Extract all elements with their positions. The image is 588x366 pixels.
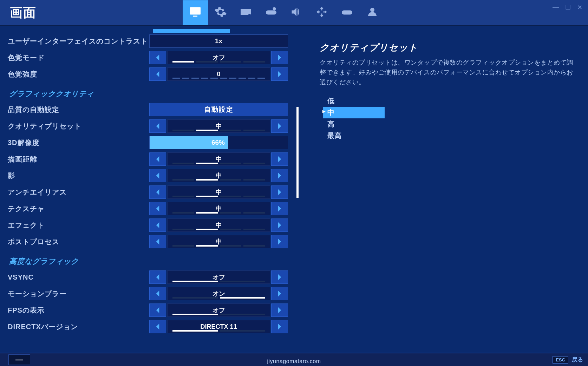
cycle-post-process: 中 <box>149 235 288 248</box>
info-description: クオリティのプリセットは、ワンタップで複数のグラフィックオプションをまとめて調整… <box>320 58 577 87</box>
svg-rect-1 <box>193 16 197 17</box>
svg-point-4 <box>273 7 276 11</box>
value-box-quality-preset[interactable]: 中 <box>167 119 270 133</box>
cycle-shadows: 中 <box>149 169 288 182</box>
next-effects[interactable] <box>271 218 288 232</box>
prev-motion-blur[interactable] <box>149 287 166 300</box>
next-color-strength[interactable] <box>271 67 288 81</box>
esc-key-hint: ESC <box>553 356 568 364</box>
scrollbar-thumb[interactable] <box>296 107 299 198</box>
value-box-anti-aliasing[interactable]: 中 <box>167 185 270 199</box>
slider-ui-contrast[interactable]: 1x <box>149 34 288 48</box>
label-shadows: 影 <box>4 171 149 181</box>
main-content: ユーザーインターフェイスのコントラスト 1x 色覚モード オフ <box>0 26 588 353</box>
arrows-icon <box>315 6 328 20</box>
preset-option-medium[interactable]: 中 <box>323 107 385 118</box>
tab-display[interactable] <box>183 0 208 25</box>
svg-point-5 <box>370 8 374 12</box>
prev-color-strength[interactable] <box>149 67 166 81</box>
prev-anti-aliasing[interactable] <box>149 185 166 199</box>
preset-option-epic[interactable]: 最高 <box>323 130 385 142</box>
tab-keyboard-mouse[interactable] <box>233 0 259 25</box>
tab-account[interactable] <box>360 0 385 25</box>
next-quality-preset[interactable] <box>271 119 288 133</box>
row-directx: DIRECTXバージョン DIRECTX 11 <box>4 319 296 334</box>
value-box-fps-display[interactable]: オフ <box>167 303 270 317</box>
prev-view-distance[interactable] <box>149 152 166 166</box>
cycle-quality-preset: 中 <box>149 119 288 133</box>
tab-audio[interactable] <box>284 0 309 25</box>
cycle-directx: DIRECTX 11 <box>149 320 288 333</box>
prev-fps-display[interactable] <box>149 303 166 317</box>
page-title: 画面 <box>0 4 183 21</box>
next-anti-aliasing[interactable] <box>271 185 288 199</box>
cycle-textures: 中 <box>149 202 288 215</box>
prev-effects[interactable] <box>149 218 166 232</box>
row-ui-contrast: ユーザーインターフェイスのコントラスト 1x <box>4 34 296 48</box>
button-auto-set[interactable]: 自動設定 <box>149 103 288 116</box>
tab-controller[interactable] <box>334 0 360 25</box>
next-shadows[interactable] <box>271 169 288 182</box>
row-vsync: VSYNC オフ <box>4 270 296 285</box>
footer-indicator[interactable]: — <box>8 354 30 365</box>
preset-option-high[interactable]: 高 <box>323 118 385 130</box>
value-box-textures[interactable]: 中 <box>167 202 270 215</box>
slider-3d-resolution[interactable]: 66% <box>149 136 288 149</box>
label-color-mode: 色覚モード <box>4 53 149 63</box>
prev-vsync[interactable] <box>149 270 166 284</box>
settings-pane: ユーザーインターフェイスのコントラスト 1x 色覚モード オフ <box>0 26 299 353</box>
next-directx[interactable] <box>271 320 288 333</box>
footer-back[interactable]: ESC 戻る <box>553 356 583 364</box>
value-box-color-mode[interactable]: オフ <box>167 51 270 64</box>
next-view-distance[interactable] <box>271 152 288 166</box>
next-post-process[interactable] <box>271 235 288 248</box>
preset-option-low[interactable]: 低 <box>323 95 385 107</box>
label-vsync: VSYNC <box>4 273 149 281</box>
row-fps-display: FPSの表示 オフ <box>4 303 296 318</box>
watermark: jiyunagomataro.com <box>267 358 321 365</box>
footer-bar: — jiyunagomataro.com ESC 戻る <box>0 353 588 366</box>
label-post-process: ポストプロセス <box>4 237 149 247</box>
next-vsync[interactable] <box>271 270 288 284</box>
value-box-directx[interactable]: DIRECTX 11 <box>167 320 270 333</box>
prev-quality-preset[interactable] <box>149 119 166 133</box>
minimize-button[interactable]: — <box>553 4 559 11</box>
tab-controller-settings[interactable] <box>259 0 284 25</box>
value-3d-resolution: 66% <box>150 139 228 146</box>
prev-post-process[interactable] <box>149 235 166 248</box>
row-shadows: 影 中 <box>4 168 296 183</box>
label-color-strength: 色覚強度 <box>4 70 149 79</box>
maximize-button[interactable]: ☐ <box>565 4 571 11</box>
next-color-mode[interactable] <box>271 51 288 64</box>
tab-accessibility[interactable] <box>309 0 334 25</box>
label-directx: DIRECTXバージョン <box>4 322 149 332</box>
row-color-mode: 色覚モード オフ <box>4 50 296 65</box>
label-effects: エフェクト <box>4 221 149 230</box>
scrollbar[interactable] <box>296 30 299 351</box>
cycle-motion-blur: オン <box>149 287 288 300</box>
value-box-view-distance[interactable]: 中 <box>167 152 270 166</box>
prev-textures[interactable] <box>149 202 166 215</box>
back-label: 戻る <box>572 356 583 364</box>
label-auto-quality: 品質の自動設定 <box>4 105 149 115</box>
row-effects: エフェクト 中 <box>4 218 296 233</box>
prev-shadows[interactable] <box>149 169 166 182</box>
close-button[interactable]: ✕ <box>577 4 582 11</box>
value-box-shadows[interactable]: 中 <box>167 169 270 182</box>
next-fps-display[interactable] <box>271 303 288 317</box>
value-box-motion-blur[interactable]: オン <box>167 287 270 300</box>
row-color-strength: 色覚強度 0 <box>4 67 296 81</box>
tab-game[interactable] <box>208 0 233 25</box>
value-box-effects[interactable]: 中 <box>167 218 270 232</box>
row-textures: テクスチャ 中 <box>4 201 296 216</box>
prev-color-mode[interactable] <box>149 51 166 64</box>
value-box-vsync[interactable]: オフ <box>167 270 270 284</box>
next-textures[interactable] <box>271 202 288 215</box>
next-motion-blur[interactable] <box>271 287 288 300</box>
brightness-slider-partial[interactable] <box>153 29 292 33</box>
user-icon <box>366 6 379 20</box>
value-box-post-process[interactable]: 中 <box>167 235 270 248</box>
value-box-color-strength[interactable]: 0 <box>167 67 270 81</box>
prev-directx[interactable] <box>149 320 166 333</box>
cycle-fps-display: オフ <box>149 303 288 317</box>
